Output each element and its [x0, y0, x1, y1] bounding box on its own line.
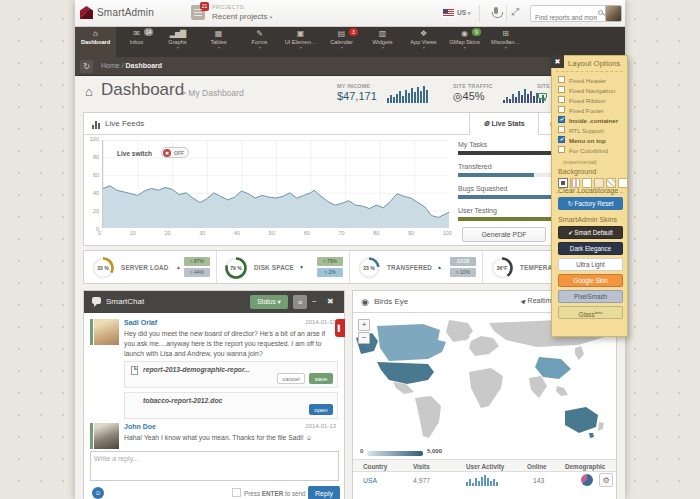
- column-header[interactable]: Online: [527, 463, 547, 470]
- sender-name[interactable]: Sadi Orlaf: [124, 319, 157, 326]
- reply-input[interactable]: [90, 451, 339, 481]
- desktop-background: SmartAdmin 21 PROJECTS: Recent projects …: [0, 0, 700, 499]
- checkbox[interactable]: [558, 126, 565, 133]
- nav-item-ui-elements[interactable]: ▣ UI Elemen… ▾: [280, 27, 321, 57]
- stat-badge: 10GB: [450, 257, 476, 266]
- close-icon[interactable]: ✖: [327, 295, 334, 309]
- close-icon[interactable]: ✖: [551, 55, 564, 68]
- tab-live-stats[interactable]: ⚙ Live Stats: [469, 113, 539, 135]
- search-icon[interactable]: [598, 10, 603, 15]
- nav-item-calendar[interactable]: 3 ▤ Calendar ▾: [321, 27, 362, 57]
- stat-server-load[interactable]: 33 % SERVER LOAD ▲ ≈ 87%≈ 44%: [84, 251, 217, 283]
- save-button[interactable]: save: [309, 373, 333, 384]
- panel-title: Layout Options: [568, 59, 620, 68]
- user-avatar[interactable]: [605, 5, 622, 22]
- checkbox[interactable]: [558, 116, 565, 123]
- column-header[interactable]: Country: [363, 463, 387, 470]
- checkbox[interactable]: [558, 76, 565, 83]
- calendar-count-badge: 3: [349, 28, 358, 36]
- nav-item-tables[interactable]: ▦ Tables ▾: [198, 27, 239, 57]
- map-zoom-out-button[interactable]: −: [358, 332, 370, 344]
- nav-item-widgets[interactable]: ▥ Widgets ▾: [362, 27, 403, 57]
- trend-arrow-icon: ▲: [176, 264, 181, 270]
- desktop-icon: ▣: [280, 29, 321, 39]
- chat-online-users-tab[interactable]: ▌: [335, 319, 345, 337]
- projects-icon[interactable]: 21: [191, 5, 205, 20]
- checkbox[interactable]: [558, 86, 565, 93]
- chevron-down-icon: ▾: [280, 46, 321, 50]
- background-swatch[interactable]: [618, 178, 628, 188]
- reply-button[interactable]: Reply: [308, 486, 340, 499]
- chevron-down-icon: ▾: [239, 46, 280, 50]
- country-link[interactable]: USA: [363, 477, 377, 484]
- minimize-icon[interactable]: −: [312, 295, 317, 309]
- projects-dropdown[interactable]: Recent projects ▾: [212, 12, 272, 21]
- projects-label: PROJECTS:: [212, 4, 246, 10]
- column-header[interactable]: Demographic: [565, 463, 605, 470]
- status-button[interactable]: Status ▾: [250, 295, 288, 309]
- divider: [506, 5, 507, 22]
- nav-item-miscellaneous[interactable]: ⊞ Miscellan… ▾: [485, 27, 526, 57]
- checkbox[interactable]: [558, 96, 565, 103]
- generate-pdf-button[interactable]: Generate PDF: [462, 227, 546, 242]
- attachment-name: report-2013-demographic-repor...: [143, 366, 250, 373]
- traffic-stat: SITE TRAFFIC ◎45%: [453, 83, 493, 103]
- divider: [556, 71, 623, 72]
- visits-value: 4,977: [413, 477, 430, 484]
- stat-badge: ≈ 87%: [184, 257, 210, 266]
- checkbox[interactable]: [558, 106, 565, 113]
- chevron-down-icon: ▾: [321, 46, 362, 50]
- skin-glass[interactable]: ✔Glassbeta: [558, 306, 623, 319]
- checkbox[interactable]: [558, 146, 565, 153]
- map-zoom-in-button[interactable]: +: [358, 319, 370, 331]
- task-label: User Testing: [458, 207, 497, 214]
- sender-name[interactable]: John Doe: [124, 423, 156, 430]
- inbox-count-badge: 14: [144, 28, 153, 36]
- checkbox[interactable]: [558, 136, 565, 143]
- pencil-icon: ✎: [239, 29, 280, 39]
- panel-title: Live Feeds: [105, 119, 144, 128]
- row-settings-button[interactable]: ⚙: [599, 473, 613, 487]
- online-value: 143: [533, 477, 544, 484]
- skin-smart-default[interactable]: ✔Smart Default: [558, 226, 623, 239]
- skin-ultra-light[interactable]: ✔Ultra Light: [558, 258, 623, 271]
- live-switch-toggle[interactable]: ✖OFF: [161, 147, 189, 158]
- chevron-down-icon: ▾: [270, 14, 273, 20]
- nav-item-graphs[interactable]: ▂▅▇ Graphs ▾: [157, 27, 198, 57]
- nav-item-forms[interactable]: ✎ Forms ▾: [239, 27, 280, 57]
- chat-users-button[interactable]: ≡: [293, 295, 307, 309]
- skin-google-skin[interactable]: ✔Google Skin: [558, 274, 623, 287]
- factory-reset-button[interactable]: ↻ Factory Reset: [558, 197, 623, 210]
- fullscreen-icon[interactable]: ⤢: [511, 6, 519, 18]
- skin-pixelsmash[interactable]: ✔PixelSmash: [558, 290, 623, 303]
- column-header[interactable]: User Activity: [466, 463, 504, 470]
- legend-min: 0: [360, 448, 363, 454]
- column-header[interactable]: Visits: [413, 463, 430, 470]
- chevron-down-icon: ▾: [157, 46, 198, 50]
- open-button[interactable]: open: [309, 404, 333, 415]
- voice-command-icon[interactable]: [494, 7, 498, 14]
- nav-item-dashboard[interactable]: ⌂ Dashboard: [75, 27, 116, 57]
- stat-transfered[interactable]: 23 % TRANSFERED ▲ 10GB≈ 10%: [350, 251, 483, 283]
- attachment-item: tobacco-report-2012.doc open: [124, 392, 338, 419]
- live-feeds-header: Live Feeds ⚙ Live Stats f Social Network: [84, 113, 616, 135]
- skin-dark-elegance[interactable]: ✔Dark Elegance: [558, 242, 623, 255]
- stat-disk-space[interactable]: 79 % DISK SPACE ▼ ≈ 79%≈ 2%: [217, 251, 350, 283]
- cart-icon: [538, 93, 547, 99]
- smiley-icon[interactable]: ☺: [92, 487, 104, 499]
- nav-item-gmap-skins[interactable]: 9 ◉ GMap Skins ▾: [444, 27, 485, 57]
- nav-item-app-views[interactable]: ❖ App Views ▾: [403, 27, 444, 57]
- enter-to-send-checkbox[interactable]: [232, 488, 241, 497]
- search-input[interactable]: [531, 10, 597, 25]
- nav-item-inbox[interactable]: 14 ✉ Inbox: [116, 27, 157, 57]
- background-label: Background: [558, 167, 596, 176]
- locale-dropdown[interactable]: US ▾: [457, 9, 470, 16]
- demographic-pie: [581, 474, 593, 486]
- cancel-button[interactable]: cancel: [277, 373, 305, 384]
- home-icon: ⌂: [75, 29, 116, 39]
- close-icon: ✖: [163, 149, 171, 157]
- logo-text[interactable]: SmartAdmin: [97, 7, 154, 18]
- task-label: Bugs Squashed: [458, 185, 507, 192]
- breadcrumb[interactable]: Home / Dashboard: [101, 62, 162, 69]
- refresh-icon[interactable]: ↻: [80, 60, 93, 73]
